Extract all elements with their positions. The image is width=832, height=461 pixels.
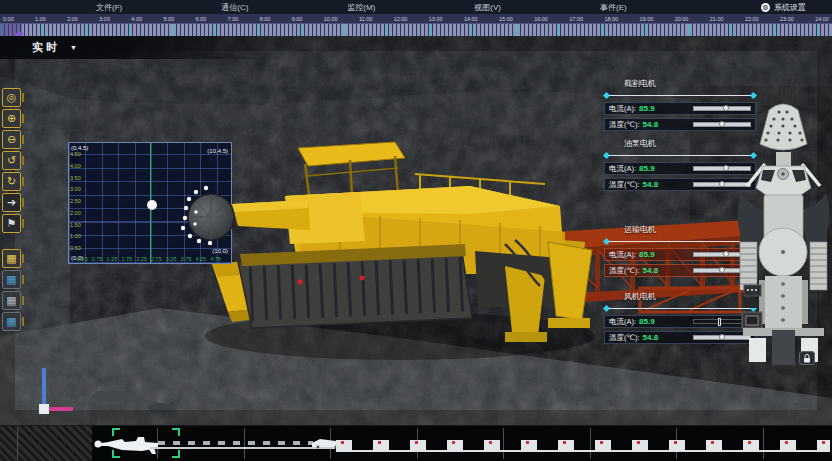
temperature-bar-thumb[interactable] [719, 181, 725, 187]
timeline-hour-label: 22:00 [745, 15, 759, 23]
temperature-label: 温度(℃): [609, 333, 640, 343]
menu-item[interactable]: 视图(V) [474, 2, 501, 13]
grid-y-tick: 3.50 [70, 175, 81, 181]
timeline-hour-label: 8:00 [260, 15, 271, 23]
mode-strip: 实时 ▼ [0, 36, 280, 59]
rotate-cw-icon[interactable]: ↻ [2, 172, 21, 191]
timeline-ruler: 0:001:002:003:004:005:006:007:008:009:00… [0, 14, 832, 36]
current-label: 电流(A): [609, 250, 636, 260]
menu-item[interactable]: 文件(F) [96, 2, 122, 13]
system-settings-label: 系统设置 [774, 2, 806, 13]
timeline-hour-label: 11:00 [359, 15, 372, 23]
mode-dropdown[interactable]: 实时 ▼ [24, 38, 85, 57]
temperature-row: 温度(℃): 54.8 [604, 331, 756, 344]
temperature-bar-thumb[interactable] [719, 121, 725, 127]
timeline-hour-label: 20:00 [675, 15, 689, 23]
grid-x-tick: 1.75 [121, 256, 132, 262]
cutter-head-overlay [140, 166, 325, 278]
view-cube-side-icon[interactable]: ▦ [2, 291, 21, 310]
current-value: 85.9 [639, 104, 655, 113]
grid-y-tick: 2.50 [70, 198, 81, 204]
marker-flag-icon[interactable]: ⚑ [2, 214, 21, 233]
current-value: 85.9 [639, 164, 655, 173]
timeline-tick-band[interactable] [0, 23, 832, 36]
position-ball [147, 200, 157, 210]
motor-panel: 风机电机 电流(A): 85.9 温度(℃): 54.8 [604, 291, 756, 347]
rotate-ccw-icon[interactable]: ↺ [2, 151, 21, 170]
mode-label: 实时 [32, 40, 60, 55]
temperature-value: 54.8 [643, 333, 659, 342]
view-cube-front-icon[interactable]: ▦ [2, 270, 21, 289]
temperature-value: 54.8 [643, 120, 659, 129]
motor-range-slider[interactable] [604, 152, 756, 159]
current-label: 电流(A): [609, 164, 636, 174]
slider-diamond-right[interactable] [750, 92, 757, 99]
timeline-hour-label: 15:00 [499, 15, 513, 23]
zoom-in-icon[interactable]: ⊕ [2, 109, 21, 128]
axis-gizmo [30, 368, 90, 418]
viewport-3d[interactable]: 实时 ▼ ◎ ⊕ ⊖ ↺ ↻ ➔ ⚑ ▦ ▦ [0, 36, 832, 425]
motor-panel: 截割电机 电流(A): 85.9 温度(℃): 54.8 [604, 78, 756, 134]
app-window: 文件(F)通信(C)监控(M)视图(V)事件(E) ⚙ 系统设置 0:001:0… [0, 0, 832, 461]
current-row: 电流(A): 85.9 [604, 162, 756, 175]
menu-bar: 文件(F)通信(C)监控(M)视图(V)事件(E) ⚙ 系统设置 [0, 0, 832, 14]
grid-y-tick: 4.50 [70, 151, 81, 157]
current-bar-thumb[interactable] [718, 318, 721, 326]
current-value: 85.9 [639, 317, 655, 326]
current-bar-thumb[interactable] [723, 251, 729, 257]
temperature-bar-thumb[interactable] [719, 334, 725, 340]
grid-corner-top-right: (10,4.5) [207, 148, 228, 154]
timeline-hour-label: 6:00 [195, 15, 206, 23]
menu-item[interactable]: 通信(C) [221, 2, 248, 13]
timeline-hour-labels: 0:001:002:003:004:005:006:007:008:009:00… [0, 14, 832, 23]
current-bar-thumb[interactable] [723, 165, 729, 171]
system-settings-button[interactable]: ⚙ 系统设置 [761, 0, 806, 14]
axis-z-blue [42, 368, 46, 406]
view-cube-iso-icon[interactable]: ▦ [2, 312, 21, 331]
slider-line [609, 95, 751, 96]
grid-x-tick: 0.75 [92, 256, 103, 262]
timeline-hour-label: 3:00 [99, 15, 110, 23]
timeline-hour-label: 18:00 [604, 15, 618, 23]
current-row: 电流(A): 85.9 [604, 102, 756, 115]
motor-panel: 油泵电机 电流(A): 85.9 温度(℃): 54.8 [604, 138, 756, 194]
machine-top-view [735, 100, 832, 365]
temperature-row: 温度(℃): 54.8 [604, 178, 756, 191]
timeline-hour-label: 5:00 [163, 15, 174, 23]
current-bar-thumb[interactable] [723, 105, 729, 111]
timeline-hour-label: 7:00 [228, 15, 239, 23]
timeline-hour-label: 17:00 [569, 15, 583, 23]
zoom-out-icon[interactable]: ⊖ [2, 130, 21, 149]
temperature-value: 54.8 [643, 180, 659, 189]
slider-line [609, 241, 751, 242]
motor-range-slider[interactable] [604, 92, 756, 99]
timeline-hour-label: 9:00 [292, 15, 303, 23]
belt-conveyor-line [336, 450, 830, 452]
timeline-hour-label: 23:00 [780, 15, 794, 23]
temperature-label: 温度(℃): [609, 180, 640, 190]
bridge-conveyor-segments [158, 441, 313, 445]
view-toolbar: ◎ ⊕ ⊖ ↺ ↻ ➔ ⚑ ▦ ▦ ▦ ▦ [2, 88, 21, 331]
temperature-bar-thumb[interactable] [719, 267, 725, 273]
view-cube-top-icon[interactable]: ▦ [2, 249, 21, 268]
chevron-down-icon: ▼ [70, 44, 77, 51]
motor-range-slider[interactable] [604, 238, 756, 245]
axis-origin-node [39, 404, 49, 414]
menu-item[interactable]: 事件(E) [600, 2, 627, 13]
grid-x-tick: 0.25 [77, 256, 88, 262]
menu-item[interactable]: 监控(M) [347, 2, 375, 13]
pan-icon[interactable]: ➔ [2, 193, 21, 212]
current-label: 电流(A): [609, 317, 636, 327]
lock-button[interactable] [799, 351, 815, 365]
grid-y-tick: 3.00 [70, 186, 81, 192]
grid-y-tick: 2.00 [70, 210, 81, 216]
motor-range-slider[interactable] [604, 305, 756, 312]
bridge-conveyor-line [150, 447, 335, 449]
timeline-hour-label: 2:00 [67, 15, 78, 23]
axis-x-magenta [49, 407, 73, 411]
slider-line [609, 308, 751, 309]
temperature-label: 温度(℃): [609, 266, 640, 276]
motor-panel: 运输电机 电流(A): 85.9 温度(℃): 54.8 [604, 224, 756, 280]
orbit-icon[interactable]: ◎ [2, 88, 21, 107]
timeline-hour-label: 4:00 [131, 15, 142, 23]
